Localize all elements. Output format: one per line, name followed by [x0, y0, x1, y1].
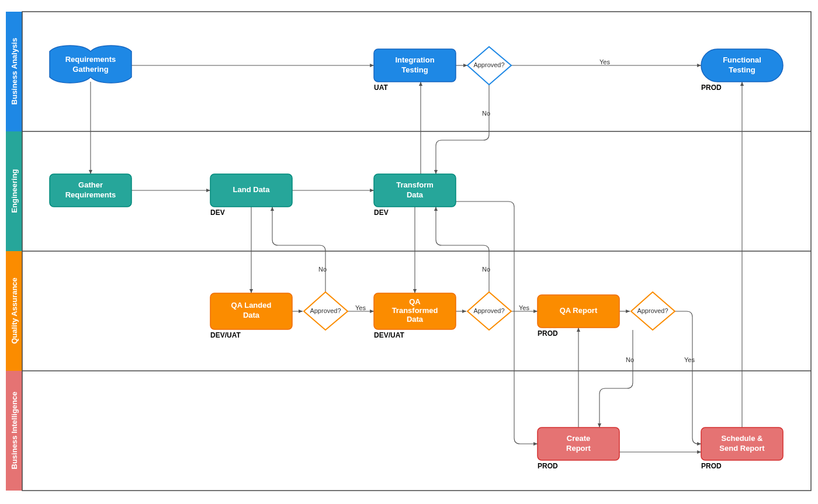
decision-qa2: Approved?: [467, 292, 511, 330]
node-requirements-gathering: Requirements Gathering: [50, 46, 131, 83]
svg-text:Integration: Integration: [395, 55, 434, 64]
svg-text:PROD: PROD: [701, 84, 722, 92]
edge-label-yes-2: Yes: [519, 304, 529, 311]
decision-qa3: Approved?: [631, 292, 675, 330]
lane-ba-title: Business Analysis: [10, 38, 19, 105]
edge-label-yes-1: Yes: [355, 304, 366, 311]
svg-text:Schedule &: Schedule &: [722, 434, 763, 443]
decision-qa1: Approved?: [304, 292, 348, 330]
lane-eng-title: Engineering: [10, 169, 19, 213]
decision-ba: Approved?: [467, 47, 511, 85]
node-schedule-send-report: Schedule & Send Report PROD: [701, 427, 783, 470]
svg-text:Gather: Gather: [78, 180, 103, 189]
lane-qa-title: Quality Assurance: [10, 277, 19, 344]
svg-text:DEV/UAT: DEV/UAT: [374, 331, 404, 339]
svg-text:PROD: PROD: [538, 462, 558, 470]
svg-text:Approved?: Approved?: [473, 307, 504, 314]
edge-label-yes-3: Yes: [684, 356, 695, 363]
svg-text:PROD: PROD: [538, 329, 558, 338]
lane-bi-title: Business Intelligence: [10, 392, 19, 470]
svg-text:Land Data: Land Data: [233, 185, 271, 194]
svg-text:DEV: DEV: [210, 208, 225, 217]
svg-text:Transform: Transform: [396, 180, 434, 189]
svg-text:Transformed: Transformed: [392, 306, 438, 315]
svg-text:Approved?: Approved?: [310, 307, 341, 314]
node-gather-requirements: Gather Requirements: [50, 174, 131, 207]
edge-label-no-3: No: [626, 356, 634, 363]
svg-text:Requirements: Requirements: [65, 190, 116, 199]
svg-text:Requirements: Requirements: [65, 55, 116, 64]
edge-label-no-ba: No: [482, 110, 490, 117]
svg-text:QA: QA: [409, 297, 421, 306]
node-qa-landed-data: QA Landed Data DEV/UAT: [210, 293, 292, 339]
svg-text:Send Report: Send Report: [719, 444, 765, 453]
svg-text:Testing: Testing: [729, 65, 755, 74]
edge-label-yes-ba: Yes: [599, 58, 610, 65]
svg-text:Functional: Functional: [723, 55, 761, 64]
node-create-report: Create Report PROD: [538, 427, 619, 470]
svg-text:Data: Data: [407, 315, 424, 324]
svg-text:Gathering: Gathering: [72, 65, 108, 74]
svg-text:QA Landed: QA Landed: [231, 301, 272, 310]
edge-label-no-2: No: [482, 266, 490, 273]
svg-text:DEV: DEV: [374, 208, 389, 217]
node-qa-transformed-data: QA Transformed Data DEV/UAT: [374, 293, 456, 339]
svg-text:Approved?: Approved?: [473, 61, 504, 68]
svg-text:Report: Report: [566, 444, 591, 453]
svg-text:DEV/UAT: DEV/UAT: [210, 331, 241, 339]
svg-text:Data: Data: [407, 190, 424, 199]
svg-text:PROD: PROD: [701, 462, 722, 470]
svg-text:QA Report: QA Report: [560, 306, 598, 315]
svg-text:UAT: UAT: [374, 84, 388, 92]
svg-text:Testing: Testing: [401, 65, 428, 74]
svg-text:Approved?: Approved?: [637, 307, 668, 314]
svg-text:Data: Data: [243, 311, 260, 319]
edge-label-no-1: No: [318, 266, 327, 273]
node-integration-testing: Integration Testing UAT: [374, 49, 456, 92]
svg-text:Create: Create: [567, 434, 590, 443]
